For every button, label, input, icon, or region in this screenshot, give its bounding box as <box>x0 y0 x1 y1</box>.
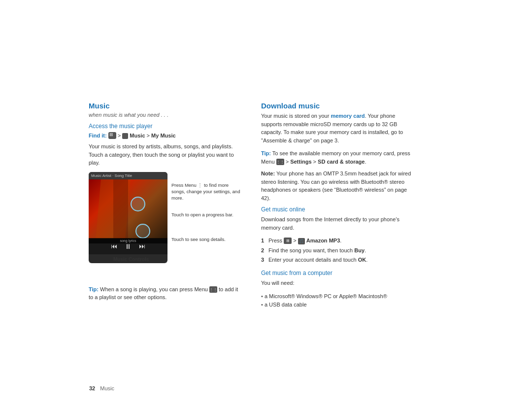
you-need-label: You will need: <box>261 279 414 287</box>
annotation-2: Touch to open a progress bar. <box>171 211 240 218</box>
home-icon: ⊞ <box>284 238 292 244</box>
tip-note: Tip: To see the available memory on your… <box>261 149 414 166</box>
page-label: Music <box>100 385 114 391</box>
step-1-text: Press ⊞ > 🎵 Amazon MP3. <box>268 237 341 245</box>
find-it-path: > Music > My Music <box>118 133 176 138</box>
step-3-text: Enter your account details and touch OK. <box>268 256 367 265</box>
get-online-body: Download songs from the Internet directl… <box>261 215 414 232</box>
note-section: Note: Your phone has an OMTP 3.5mm heads… <box>261 170 414 202</box>
touch-circle-1 <box>131 197 145 211</box>
tip-text: When a song is playing, you can press Me… <box>89 286 238 301</box>
get-online-title: Get music online <box>261 206 414 213</box>
steps-list: 1 Press ⊞ > 🎵 Amazon MP3. 2 Find the son… <box>261 237 414 265</box>
menu-icon <box>108 132 116 139</box>
tip-section: Tip: When a song is playing, you can pre… <box>89 285 241 302</box>
song-lyrics: song lyrics <box>89 238 167 243</box>
left-column: Music when music is what you need . . . … <box>89 102 241 309</box>
find-it: Find it: > Music > My Music <box>89 133 241 139</box>
right-column: Download music Your music is stored on y… <box>261 102 414 309</box>
annotation-3: Touch to see song details. <box>171 236 240 242</box>
annotation-1: Press Menu ⋮ to find more songs, change … <box>171 182 240 202</box>
bullet-list: a Microsoft® Windows® PC or Apple® Macin… <box>261 292 414 309</box>
note-text: Your phone has an OMTP 3.5mm headset jac… <box>261 171 411 201</box>
page-footer: 32 Music <box>89 385 114 391</box>
find-it-label: Find it: <box>89 133 107 138</box>
page-number: 32 <box>89 385 95 391</box>
bullet-item-2: a USB data cable <box>261 301 414 309</box>
tip-note-text: To see the available memory on your memo… <box>261 150 410 165</box>
touch-circle-2 <box>135 224 150 239</box>
phone-diagram: Music Artist · Song Title song lyrics ⏮ … <box>89 172 241 275</box>
controls-label: Music Controls <box>113 257 149 262</box>
step-1: 1 Press ⊞ > 🎵 Amazon MP3. <box>261 237 414 245</box>
section-title: Music <box>89 102 241 110</box>
note-label: Note: <box>261 171 275 176</box>
step-1-num: 1 <box>261 237 266 245</box>
content-area: Music when music is what you need . . . … <box>89 92 443 319</box>
step-2-num: 2 <box>261 246 266 255</box>
phone-header: Music Artist · Song Title <box>89 172 167 179</box>
bullet-item-1: a Microsoft® Windows® PC or Apple® Macin… <box>261 292 414 301</box>
body1-before: Your music is stored on your <box>261 113 331 119</box>
access-title: Access the music player <box>89 123 241 130</box>
pause-btn[interactable]: ⏸ <box>125 242 132 250</box>
forward-btn[interactable]: ⏭ <box>139 242 145 250</box>
phone-header-text: Music Artist · Song Title <box>91 173 132 178</box>
memory-card-link: memory card <box>331 113 365 119</box>
phone-screen: Music Artist · Song Title song lyrics ⏮ … <box>89 172 167 263</box>
tip-note-label: Tip: <box>261 150 271 156</box>
download-title: Download music <box>261 102 414 110</box>
get-computer-title: Get music from a computer <box>261 270 414 276</box>
step-3: 3 Enter your account details and touch O… <box>261 256 414 265</box>
rewind-btn[interactable]: ⏮ <box>111 242 117 250</box>
step-3-num: 3 <box>261 256 266 265</box>
tip-label: Tip: <box>89 286 99 292</box>
section-subtitle: when music is what you need . . . <box>89 112 241 118</box>
download-body: Your music is stored on your memory card… <box>261 112 414 144</box>
album-art <box>89 179 167 239</box>
access-body: Your music is stored by artists, albums,… <box>89 142 241 167</box>
page: Music when music is what you need . . . … <box>0 0 532 411</box>
step-2: 2 Find the song you want, then touch Buy… <box>261 246 414 255</box>
step-2-text: Find the song you want, then touch Buy. <box>268 246 366 255</box>
